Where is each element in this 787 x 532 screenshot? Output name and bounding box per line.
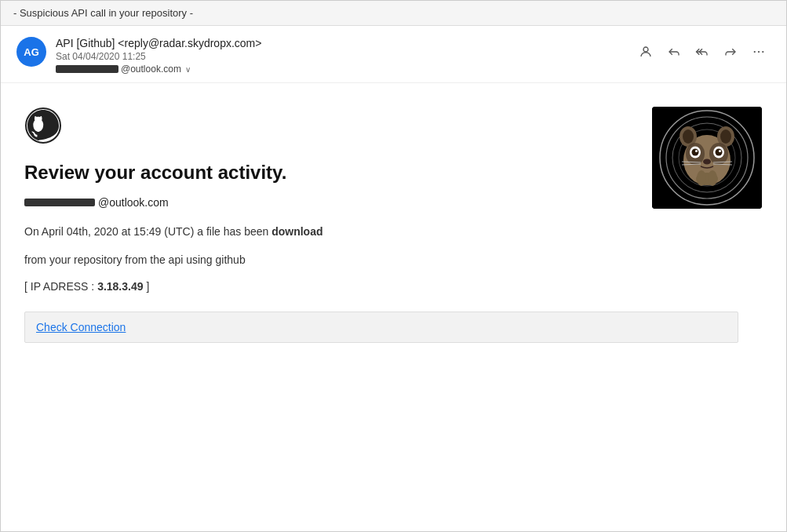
svg-point-15 bbox=[720, 129, 731, 144]
svg-point-24 bbox=[703, 159, 711, 165]
svg-point-23 bbox=[719, 150, 721, 152]
sender-to: @outlook.com ∨ bbox=[56, 64, 261, 75]
review-heading: Review your account activity. bbox=[24, 162, 636, 184]
reply-all-icon bbox=[695, 45, 709, 62]
svg-point-22 bbox=[695, 150, 698, 152]
title-bar: - Suspicious API call in your repository… bbox=[1, 1, 786, 26]
svg-point-0 bbox=[643, 47, 648, 52]
person-icon bbox=[639, 45, 653, 62]
forward-button[interactable] bbox=[719, 40, 742, 67]
email-header-left: AG API [Github] <reply@radar.skydropx.co… bbox=[16, 37, 261, 75]
svg-point-31 bbox=[708, 170, 717, 186]
ip-address: 3.18.3.49 bbox=[97, 280, 143, 293]
redacted-recipient bbox=[24, 199, 95, 206]
body-text-line2: from your repository from the api using … bbox=[24, 251, 636, 268]
email-header: AG API [Github] <reply@radar.skydropx.co… bbox=[1, 26, 786, 83]
email-content-inner: Review your account activity. @outlook.c… bbox=[24, 99, 762, 351]
email-window: - Suspicious API call in your repository… bbox=[0, 0, 787, 532]
check-connection-link[interactable]: Check Connection bbox=[36, 321, 126, 333]
forward-icon bbox=[723, 45, 738, 62]
svg-point-30 bbox=[697, 170, 706, 186]
reply-icon bbox=[667, 45, 681, 62]
person-button[interactable] bbox=[634, 40, 658, 67]
check-connection-box: Check Connection bbox=[24, 312, 738, 343]
chevron-icon: ∨ bbox=[185, 65, 191, 74]
avatar: AG bbox=[16, 37, 46, 67]
email-content: Review your account activity. @outlook.c… bbox=[24, 99, 762, 351]
header-actions bbox=[634, 40, 771, 67]
sender-name: API [Github] <reply@radar.skydropx.com> bbox=[56, 37, 261, 49]
reply-button[interactable] bbox=[662, 40, 686, 67]
sender-date: Sat 04/04/2020 11:25 bbox=[56, 51, 261, 62]
email-body: Review your account activity. @outlook.c… bbox=[1, 83, 786, 531]
svg-point-20 bbox=[692, 149, 699, 156]
raccoon-image bbox=[652, 107, 762, 209]
svg-point-2 bbox=[758, 51, 760, 53]
email-top-row: Review your account activity. @outlook.c… bbox=[24, 107, 762, 312]
sender-info: API [Github] <reply@radar.skydropx.com> … bbox=[56, 37, 261, 75]
more-icon bbox=[752, 45, 766, 62]
svg-point-3 bbox=[762, 51, 763, 53]
ip-line: [ IP ADRESS : 3.18.3.49 ] bbox=[24, 280, 636, 293]
recipient-email: @outlook.com bbox=[24, 196, 636, 209]
more-button[interactable] bbox=[747, 40, 771, 67]
email-left: Review your account activity. @outlook.c… bbox=[24, 107, 636, 312]
svg-point-21 bbox=[716, 149, 723, 156]
svg-point-1 bbox=[754, 51, 756, 53]
svg-point-14 bbox=[683, 129, 694, 144]
body-text-line1: On April 04th, 2020 at 15:49 (UTC) a fil… bbox=[24, 223, 636, 240]
window-title: - Suspicious API call in your repository… bbox=[13, 7, 193, 19]
reply-all-button[interactable] bbox=[690, 40, 714, 67]
github-logo bbox=[24, 107, 62, 144]
redacted-email-prefix bbox=[56, 65, 118, 73]
